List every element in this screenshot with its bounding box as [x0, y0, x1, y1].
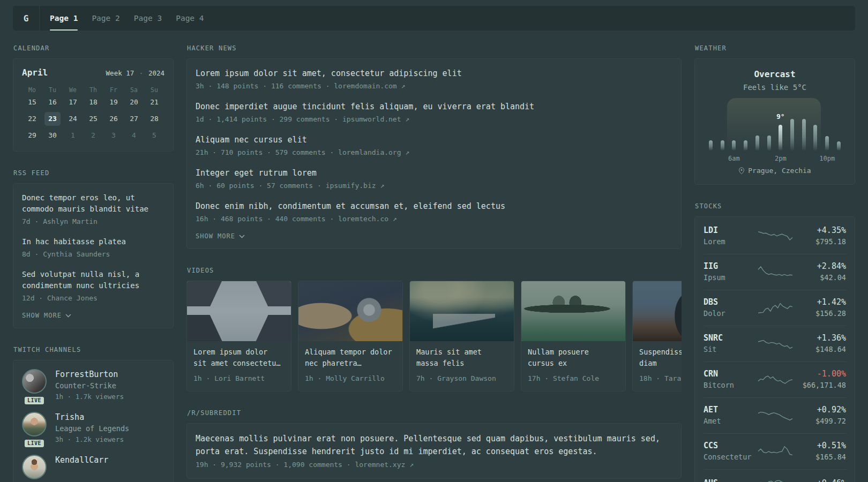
app-logo[interactable]: G — [13, 6, 40, 31]
page-tab[interactable]: Page 3 — [134, 6, 162, 31]
calendar-day: 16 — [44, 95, 61, 109]
twitch-channel-meta: 3h · 1.2k viewers — [55, 434, 129, 445]
hackernews-item-title[interactable]: Integer eget rutrum lorem — [196, 167, 672, 179]
stock-row[interactable]: LDI Lorem +4.35% $795.18 — [704, 219, 846, 254]
rss-item-title[interactable]: In hac habitasse platea — [22, 236, 164, 247]
subreddit-post-title[interactable]: Maecenas mollis pulvinar erat non posuer… — [196, 432, 672, 458]
hackernews-show-more-button[interactable]: SHOW MORE — [196, 232, 672, 240]
video-card[interactable]: Aliquam tempor dolor nec pharetra… 1h · … — [298, 281, 403, 391]
hackernews-item-title[interactable]: Aliquam nec cursus elit — [196, 134, 672, 146]
hackernews-item-source-link[interactable]: ipsumworld.net — [342, 115, 401, 123]
rss-item: In hac habitasse platea 8d · Cynthia Sau… — [22, 236, 164, 259]
twitch-channel-name[interactable]: Trisha — [55, 412, 129, 423]
hackernews-item-source-link[interactable]: loremtech.co — [338, 215, 388, 223]
calendar-day: 20 — [126, 95, 142, 109]
weather-bar-col — [721, 101, 724, 150]
location-pin-icon — [738, 167, 745, 175]
rss-show-more-button[interactable]: SHOW MORE — [22, 312, 164, 319]
weather-axis-label: 6am — [728, 155, 740, 162]
stock-values: +1.36% $148.64 — [797, 333, 846, 355]
hackernews-item-meta: 16h · 468 points · 440 comments · loremt… — [196, 214, 672, 224]
stock-sparkline — [758, 336, 793, 351]
weather-chart: 6am — [709, 101, 841, 150]
stock-row[interactable]: AHS +0.46% — [704, 470, 846, 482]
stock-price: $499.72 — [797, 416, 846, 426]
video-thumbnail — [410, 281, 514, 341]
subreddit-post-source-link[interactable]: loremnet.xyz — [355, 461, 405, 469]
calendar-day: 18 — [85, 95, 101, 109]
twitch-channel-row[interactable]: KendallCarr — [22, 455, 164, 479]
page-tabs: Page 1 Page 2 Page 3 Page 4 — [40, 6, 204, 31]
rss-item-title[interactable]: Sed volutpat nulla nisl, a condimentum n… — [22, 269, 164, 291]
twitch-channel-name[interactable]: KendallCarr — [55, 455, 108, 466]
hackernews-item: Aliquam nec cursus elit 21h · 710 points… — [196, 134, 672, 157]
video-card-body: Lorem ipsum dolor sit amet consectetu… 1… — [187, 341, 291, 391]
weather-bar — [755, 135, 759, 150]
video-card[interactable]: Lorem ipsum dolor sit amet consectetu… 1… — [186, 281, 291, 391]
hackernews-item-source-link[interactable]: ipsumify.biz — [326, 182, 376, 190]
rss-item-title[interactable]: Donec tempor eros leo, ut commodo mauris… — [22, 192, 164, 215]
stock-spark-wrap — [754, 372, 797, 387]
hackernews-item-title[interactable]: Donec imperdiet augue tincidunt felis al… — [196, 101, 672, 112]
page-tab[interactable]: Page 1 — [50, 6, 78, 31]
video-card[interactable]: Nullam posuere cursus ex 17h · Stefan Co… — [521, 281, 626, 391]
stock-ticker: CRN — [704, 368, 754, 379]
rss-item: Donec tempor eros leo, ut commodo mauris… — [22, 192, 164, 227]
video-title: Mauris sit amet massa felis — [416, 347, 507, 369]
weather-bar-temp: 9° — [776, 112, 785, 120]
stock-change: -1.00% — [797, 368, 846, 379]
video-card[interactable]: Suspendisse diam 18h · Tara — [632, 281, 682, 391]
calendar-day: 30 — [44, 129, 61, 142]
hackernews-item-source-link[interactable]: loremlandia.org — [338, 148, 401, 156]
stock-row[interactable]: SNRC Sit +1.36% $148.64 — [704, 326, 846, 362]
video-meta: 17h · Stefan Cole — [528, 373, 619, 383]
hackernews-item-source-link[interactable]: loremdomain.com — [334, 82, 396, 90]
video-card[interactable]: Mauris sit amet massa felis 7h · Grayson… — [409, 281, 514, 391]
stock-values: -1.00% $66,171.48 — [797, 368, 846, 390]
videos-carousel: Lorem ipsum dolor sit amet consectetu… 1… — [186, 281, 682, 391]
stock-identity: DBS Dolor — [704, 297, 754, 319]
calendar-month: April — [22, 67, 48, 78]
page-tab[interactable]: Page 4 — [176, 6, 204, 31]
stock-change: +0.46% — [797, 478, 846, 482]
stock-row[interactable]: IIG Ipsum +2.84% $42.04 — [704, 254, 846, 290]
page-tab[interactable]: Page 2 — [92, 6, 119, 31]
weather-bar-col — [755, 101, 759, 150]
stock-price: $66,171.48 — [797, 380, 846, 390]
stock-values: +0.46% — [797, 478, 846, 482]
weather-section-label: WEATHER — [695, 44, 855, 52]
calendar-grid: Mo Tu We Th Fr Sa Su — [22, 85, 164, 95]
calendar-section-label: CALENDAR — [13, 44, 174, 52]
weather-bar — [744, 140, 747, 150]
stock-row[interactable]: AET Amet +0.92% $499.72 — [704, 398, 846, 434]
video-meta: 18h · Tara — [639, 373, 682, 383]
external-link-icon: ↗ — [393, 215, 397, 223]
calendar-day: 2 — [85, 129, 101, 142]
hackernews-item-title[interactable]: Lorem ipsum dolor sit amet, consectetur … — [196, 67, 672, 79]
avatar — [22, 412, 47, 436]
calendar-week-number: 17 — [126, 69, 134, 77]
calendar-weekday: Mo — [28, 85, 36, 95]
stock-row[interactable]: CCS Consectetur +0.51% $165.84 — [704, 434, 846, 470]
stock-sparkline — [758, 444, 793, 459]
twitch-channel-row[interactable]: LIVE ForrestBurton Counter-Strike 1h · 1… — [22, 369, 164, 402]
twitch-avatar-wrap — [22, 455, 47, 479]
stock-ticker: IIG — [704, 261, 754, 272]
dashboard-page: G Page 1 Page 2 Page 3 Page 4 CALENDAR A… — [0, 0, 868, 482]
hackernews-widget: HACKER NEWS Lorem ipsum dolor sit amet, … — [186, 44, 682, 249]
calendar-day: 19 — [106, 95, 122, 109]
twitch-channel-row[interactable]: LIVE Trisha League of Legends 3h · 1.2k … — [22, 412, 164, 445]
twitch-channel-info: KendallCarr — [55, 455, 108, 479]
hackernews-item-stats: 3h · 148 points · 116 comments · — [196, 82, 330, 90]
stock-row[interactable]: DBS Dolor +1.42% $156.28 — [704, 290, 846, 326]
rss-item-meta: 7d · Ashlyn Martin — [22, 216, 164, 227]
hackernews-item-title[interactable]: Donec enim nibh, condimentum et accumsan… — [196, 200, 672, 212]
stock-row[interactable]: CRN Bitcorn -1.00% $66,171.48 — [704, 362, 846, 398]
video-title: Suspendisse diam — [639, 347, 682, 369]
calendar-day: 17 — [65, 95, 81, 109]
twitch-avatar-wrap: LIVE — [22, 412, 47, 445]
twitch-channel-name[interactable]: ForrestBurton — [55, 369, 124, 380]
stock-change: +0.92% — [797, 404, 846, 415]
stock-name: Dolor — [704, 308, 754, 319]
video-meta: 1h · Lori Barnett — [193, 373, 285, 383]
